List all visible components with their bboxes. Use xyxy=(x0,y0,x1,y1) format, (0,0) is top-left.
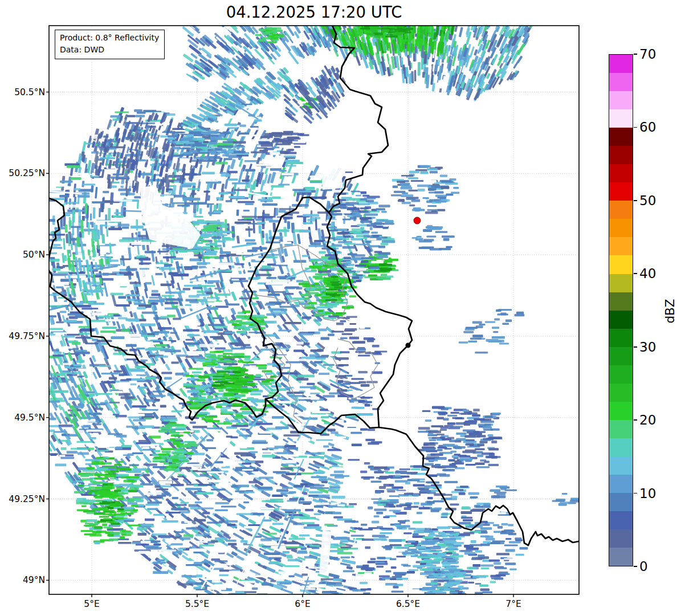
radar-echo-bin xyxy=(368,429,376,431)
radar-echo-bin xyxy=(83,425,91,428)
radar-echo-bin xyxy=(402,552,415,554)
radar-echo-bin xyxy=(252,575,268,577)
radar-echo-bin xyxy=(170,332,177,333)
radar-echo-bin xyxy=(280,588,293,594)
radar-echo-bin xyxy=(129,349,137,352)
radar-echo-bin xyxy=(138,258,150,261)
radar-echo-bin xyxy=(491,542,504,544)
colorbar-tick-mark xyxy=(634,200,637,201)
radar-echo-bin xyxy=(94,541,100,544)
radar-echo-bin xyxy=(193,374,199,377)
radar-echo-bin xyxy=(445,448,452,450)
radar-echo-bin xyxy=(360,586,368,589)
radar-echo-bin xyxy=(479,441,487,443)
colorbar-tick-mark xyxy=(634,346,637,348)
radar-echo-bin xyxy=(334,471,344,474)
radar-echo-bin xyxy=(161,528,178,530)
radar-echo-bin xyxy=(152,460,165,462)
radar-echo-bin xyxy=(171,455,180,458)
radar-echo-bin xyxy=(235,413,243,415)
radar-echo-bin xyxy=(327,458,339,460)
radar-echo-bin xyxy=(419,507,430,509)
radar-echo-bin xyxy=(345,267,354,270)
radar-echo-bin xyxy=(255,219,262,221)
radar-echo-bin xyxy=(475,352,488,353)
radar-echo-bin xyxy=(194,222,207,224)
radar-echo-bin xyxy=(71,448,87,450)
radar-echo-bin xyxy=(203,331,219,333)
radar-echo-bin xyxy=(280,306,295,308)
radar-echo-bin xyxy=(276,144,291,145)
radar-echo-bin xyxy=(426,482,433,483)
radar-echo-bin xyxy=(346,566,353,570)
radar-echo-bin xyxy=(282,460,297,463)
radar-echo-bin xyxy=(435,554,445,556)
radar-echo-bin xyxy=(108,228,122,230)
radar-echo-bin xyxy=(288,576,295,577)
colorbar xyxy=(609,54,633,566)
radar-echo-bin xyxy=(96,273,111,275)
radar-echo-bin xyxy=(107,494,119,496)
radar-echo-bin xyxy=(80,474,89,477)
radar-echo-bin xyxy=(223,356,236,358)
radar-echo-bin xyxy=(360,221,372,223)
radar-echo-bin xyxy=(433,573,438,576)
radar-echo-bin xyxy=(262,266,271,268)
radar-echo-bin xyxy=(130,369,145,372)
radar-echo-bin xyxy=(348,459,360,461)
radar-echo-bin xyxy=(127,146,130,153)
radar-echo-bin xyxy=(351,378,364,380)
radar-echo-bin xyxy=(106,229,108,236)
radar-echo-bin xyxy=(161,415,176,417)
radar-echo-bin xyxy=(124,198,127,206)
radar-echo-bin xyxy=(259,141,270,144)
radar-echo-bin xyxy=(486,538,495,541)
radar-echo-bin xyxy=(430,546,441,549)
radar-echo-bin xyxy=(350,238,362,240)
radar-echo-bin xyxy=(186,339,194,341)
radar-echo-bin xyxy=(79,326,90,328)
radar-echo-bin xyxy=(234,189,247,191)
radar-echo-bin xyxy=(481,568,490,569)
radar-echo-bin xyxy=(389,501,399,503)
radar-echo-bin xyxy=(307,527,321,529)
radar-echo-bin xyxy=(347,305,353,307)
radar-echo-bin xyxy=(186,299,198,301)
radar-echo-bin xyxy=(275,558,281,560)
radar-echo-bin xyxy=(154,399,160,401)
radar-echo-bin xyxy=(494,492,507,493)
radar-echo-bin xyxy=(228,178,238,181)
radar-echo-bin xyxy=(203,141,209,143)
radar-echo-bin xyxy=(329,393,339,395)
radar-echo-bin xyxy=(280,467,293,470)
radar-echo-bin xyxy=(229,196,244,198)
radar-echo-bin xyxy=(387,490,395,492)
radar-echo-bin xyxy=(325,512,332,514)
radar-echo-bin xyxy=(443,469,455,472)
radar-echo-bin xyxy=(124,519,135,521)
radar-echo-bin xyxy=(189,576,197,578)
radar-echo-bin xyxy=(333,578,343,581)
radar-echo-bin xyxy=(231,279,239,280)
radar-echo-bin xyxy=(394,549,405,552)
radar-echo-bin xyxy=(321,337,329,340)
radar-echo-bin xyxy=(108,433,123,435)
radar-echo-bin xyxy=(305,559,316,561)
radar-echo-bin xyxy=(385,220,394,223)
radar-echo-bin xyxy=(115,111,129,113)
colorbar-segment xyxy=(609,164,633,182)
radar-echo-bin xyxy=(138,304,152,307)
radar-echo-bin xyxy=(227,524,236,527)
radar-echo-bin xyxy=(399,468,411,470)
radar-echo-bin xyxy=(340,351,350,353)
radar-echo-bin xyxy=(78,452,89,455)
radar-echo-bin xyxy=(157,470,166,479)
radar-echo-bin xyxy=(374,251,382,253)
radar-echo-bin xyxy=(172,497,178,499)
radar-echo-bin xyxy=(108,208,111,222)
radar-echo-bin xyxy=(95,187,97,199)
radar-echo-bin xyxy=(414,70,417,81)
radar-echo-bin xyxy=(195,414,205,417)
radar-echo-bin xyxy=(181,160,190,162)
radar-echo-bin xyxy=(302,316,312,319)
